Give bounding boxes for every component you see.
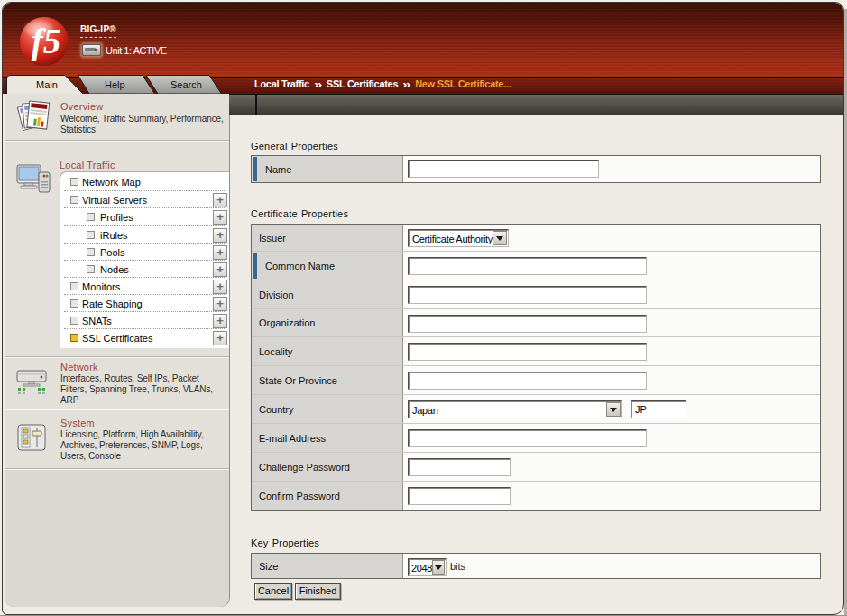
svg-text:Help: Help (105, 79, 125, 90)
svg-text:Main: Main (36, 79, 58, 90)
svg-text:f5: f5 (32, 22, 61, 61)
svg-text:Search: Search (170, 79, 202, 90)
